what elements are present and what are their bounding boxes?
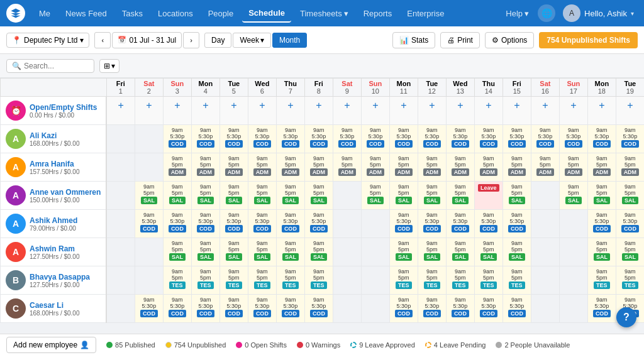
shift-cell-1-14[interactable]: 9am5:30pCOD xyxy=(502,125,531,153)
shift-cell-1-10[interactable]: 9am5:30pCOD xyxy=(389,125,418,153)
shift-cell-6-3[interactable]: 9am5pmTES xyxy=(191,266,219,295)
add-shift-icon[interactable]: + xyxy=(476,98,501,113)
shift-cell-6-9[interactable] xyxy=(361,266,389,295)
add-shift-icon[interactable]: + xyxy=(108,98,133,113)
shift-cell-5-13[interactable]: 9am5pmSAL xyxy=(474,238,502,266)
shift-cell-7-10[interactable]: 9am5:30pCOD xyxy=(389,295,418,323)
shift-cell-4-14[interactable]: 9am5:30pCOD xyxy=(502,210,531,238)
shift-cell-3-14[interactable]: 9am5pmSAL xyxy=(502,182,531,210)
shift-cell-5-12[interactable]: 9am5pmSAL xyxy=(446,238,474,266)
nav-timesheets[interactable]: Timesheets ▾ xyxy=(294,5,355,22)
employee-name[interactable]: Caesar Li xyxy=(30,301,101,310)
shift-cell-2-13[interactable]: 9am5pmADM xyxy=(474,153,502,182)
shift-cell-5-3[interactable]: 9am5pmSAL xyxy=(191,238,219,266)
shift-cell-3-18[interactable]: 9am5pmSAL xyxy=(616,182,644,210)
shift-cell-6-11[interactable]: 9am5pmTES xyxy=(418,266,446,295)
shift-cell-3-15[interactable] xyxy=(531,182,559,210)
shift-cell-7-5[interactable]: 9am5:30pCOD xyxy=(248,295,276,323)
shift-cell-6-10[interactable]: 9am5pmTES xyxy=(389,266,418,295)
shift-cell-0-12[interactable]: + xyxy=(446,97,474,125)
shift-cell-2-4[interactable]: 9am5pmADM xyxy=(219,153,248,182)
shift-cell-1-0[interactable] xyxy=(106,125,135,153)
shift-cell-1-18[interactable]: 9am5:30pCOD xyxy=(616,125,644,153)
add-shift-icon[interactable]: + xyxy=(618,98,643,113)
shift-cell-6-16[interactable] xyxy=(559,266,587,295)
shift-cell-4-1[interactable]: 9am5:30pCOD xyxy=(135,210,163,238)
shift-cell-4-10[interactable]: 9am5:30pCOD xyxy=(389,210,418,238)
add-shift-icon[interactable]: + xyxy=(533,98,558,113)
shift-cell-2-14[interactable]: 9am5pmADM xyxy=(502,153,531,182)
shift-cell-6-7[interactable]: 9am5pmTES xyxy=(304,266,333,295)
add-shift-icon[interactable]: + xyxy=(278,98,303,113)
nav-schedule[interactable]: Schedule xyxy=(242,4,291,23)
shift-cell-4-15[interactable] xyxy=(531,210,559,238)
shift-cell-1-1[interactable] xyxy=(135,125,163,153)
shift-cell-6-12[interactable]: 9am5pmTES xyxy=(446,266,474,295)
shift-cell-5-8[interactable] xyxy=(333,238,361,266)
shift-cell-3-11[interactable]: 9am5pmSAL xyxy=(418,182,446,210)
company-selector[interactable]: 📍 Deputec Pty Ltd ▾ xyxy=(6,33,89,48)
shift-cell-1-8[interactable]: 9am5:30pCOD xyxy=(333,125,361,153)
shift-cell-6-13[interactable]: 9am5pmTES xyxy=(474,266,502,295)
shift-cell-0-7[interactable]: + xyxy=(304,97,333,125)
logo[interactable] xyxy=(6,4,25,23)
add-shift-icon[interactable]: + xyxy=(391,98,416,113)
employee-name[interactable]: Ashwin Ram xyxy=(30,244,101,253)
shift-cell-4-13[interactable]: 9am5:30pCOD xyxy=(474,210,502,238)
shift-cell-7-8[interactable] xyxy=(333,295,361,323)
shift-cell-0-17[interactable]: + xyxy=(587,97,616,125)
shift-cell-2-2[interactable]: 9am5pmADM xyxy=(163,153,191,182)
add-shift-icon[interactable]: + xyxy=(589,98,614,113)
employee-name[interactable]: Bhavya Dasappa xyxy=(30,273,101,281)
shift-cell-2-17[interactable]: 9am5pmADM xyxy=(587,153,616,182)
shift-cell-4-5[interactable]: 9am5:30pCOD xyxy=(248,210,276,238)
shift-cell-4-8[interactable] xyxy=(333,210,361,238)
shift-cell-4-7[interactable]: 9am5:30pCOD xyxy=(304,210,333,238)
shift-cell-3-5[interactable]: 9am5pmSAL xyxy=(248,182,276,210)
shift-cell-0-18[interactable]: + xyxy=(616,97,644,125)
shift-cell-0-9[interactable]: + xyxy=(361,97,389,125)
nav-tasks[interactable]: Tasks xyxy=(116,5,149,22)
shift-cell-3-4[interactable]: 9am5pmSAL xyxy=(219,182,248,210)
shift-cell-7-12[interactable]: 9am5:30pCOD xyxy=(446,295,474,323)
shift-cell-1-15[interactable]: 9am5:30pCOD xyxy=(531,125,559,153)
shift-cell-2-6[interactable]: 9am5pmADM xyxy=(276,153,304,182)
shift-cell-1-3[interactable]: 9am5:30pCOD xyxy=(191,125,219,153)
shift-cell-7-17[interactable]: 9am5:30pCOD xyxy=(587,295,616,323)
shift-cell-5-1[interactable] xyxy=(135,238,163,266)
shift-cell-7-0[interactable] xyxy=(106,295,135,323)
next-period-button[interactable]: › xyxy=(183,32,199,48)
shift-cell-0-16[interactable]: + xyxy=(559,97,587,125)
add-shift-icon[interactable]: + xyxy=(448,98,473,113)
shift-cell-2-15[interactable]: 9am5pmADM xyxy=(531,153,559,182)
shift-cell-7-6[interactable]: 9am5:30pCOD xyxy=(276,295,304,323)
shift-cell-2-10[interactable]: 9am5pmADM xyxy=(389,153,418,182)
shift-cell-1-16[interactable]: 9am5:30pCOD xyxy=(559,125,587,153)
shift-cell-0-6[interactable]: + xyxy=(276,97,304,125)
shift-cell-0-3[interactable]: + xyxy=(191,97,219,125)
shift-cell-5-18[interactable]: 9am5pmSAL xyxy=(616,238,644,266)
shift-cell-1-2[interactable]: 9am5:30pCOD xyxy=(163,125,191,153)
shift-cell-0-11[interactable]: + xyxy=(418,97,446,125)
nav-user-menu[interactable]: A Hello, Ashik ▾ xyxy=(559,2,638,25)
nav-me[interactable]: Me xyxy=(33,5,57,22)
shift-cell-5-9[interactable] xyxy=(361,238,389,266)
shift-cell-0-1[interactable]: + xyxy=(135,97,163,125)
shift-cell-5-6[interactable]: 9am5pmSAL xyxy=(276,238,304,266)
shift-cell-4-11[interactable]: 9am5:30pCOD xyxy=(418,210,446,238)
add-shift-icon[interactable]: + xyxy=(221,98,247,113)
shift-cell-5-11[interactable]: 9am5pmSAL xyxy=(418,238,446,266)
shift-cell-7-3[interactable]: 9am5:30pCOD xyxy=(191,295,219,323)
search-input[interactable] xyxy=(24,62,87,70)
shift-cell-2-18[interactable]: 9am5pmADM xyxy=(616,153,644,182)
nav-help[interactable]: Help ▾ xyxy=(501,5,534,22)
nav-reports[interactable]: Reports xyxy=(357,5,399,22)
shift-cell-2-7[interactable]: 9am5pmADM xyxy=(304,153,333,182)
shift-cell-6-5[interactable]: 9am5pmTES xyxy=(248,266,276,295)
shift-cell-6-1[interactable] xyxy=(135,266,163,295)
shift-cell-2-1[interactable] xyxy=(135,153,163,182)
add-shift-icon[interactable]: + xyxy=(561,98,586,113)
shift-cell-3-12[interactable]: 9am5pmSAL xyxy=(446,182,474,210)
add-shift-icon[interactable]: + xyxy=(250,98,275,113)
shift-cell-3-8[interactable] xyxy=(333,182,361,210)
